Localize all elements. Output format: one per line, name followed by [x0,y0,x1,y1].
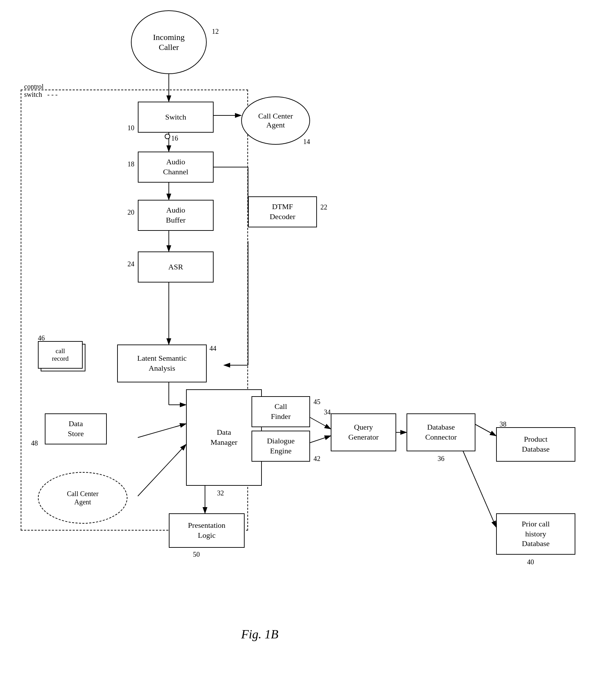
label-38: 38 [500,420,506,428]
label-20: 20 [127,208,134,216]
audio-buffer-box: Audio Buffer [138,200,214,231]
product-database-box: Product Database [496,427,575,462]
data-store-box: Data Store [45,413,107,444]
svg-line-22 [462,448,496,527]
presentation-logic-box: Presentation Logic [169,513,245,548]
label-36: 36 [438,455,444,463]
data-manager-box: Data Manager [186,389,262,486]
switch-box: Switch [138,102,214,133]
switch-connector [165,134,170,139]
dialogue-engine-box: Dialogue Engine [251,431,310,462]
label-45: 45 [314,398,320,406]
label-22: 22 [320,203,327,211]
incoming-caller-ellipse: Incoming Caller [131,10,207,74]
database-connector-box: Database Connector [407,413,475,451]
prior-call-history-box: Prior call history Database [496,513,575,555]
asr-box: ASR [138,251,214,282]
label-48: 48 [31,439,38,447]
dtmf-decoder-box: DTMF Decoder [248,196,317,227]
control-switch-label: control switch - - - [24,83,58,99]
figure-caption: Fig. 1B [241,627,278,641]
call-center-agent-dashed-ellipse: Call Center Agent [38,472,127,524]
label-46: 46 [38,334,45,342]
label-14: 14 [303,138,310,146]
label-16: 16 [171,134,178,142]
query-generator-box: Query Generator [331,413,396,451]
audio-channel-box: Audio Channel [138,152,214,183]
label-32: 32 [217,489,224,497]
call-center-agent-ellipse: Call Center Agent [241,96,310,145]
label-34: 34 [324,408,331,416]
latent-semantic-box: Latent Semantic Analysis [117,345,207,382]
label-44: 44 [209,345,216,352]
label-42: 42 [314,455,320,463]
call-finder-box: Call Finder [251,396,310,427]
label-12: 12 [212,28,219,35]
label-24: 24 [127,260,134,268]
label-50: 50 [193,551,200,558]
label-10: 10 [127,124,134,132]
label-18: 18 [127,160,134,168]
label-40: 40 [527,558,534,566]
